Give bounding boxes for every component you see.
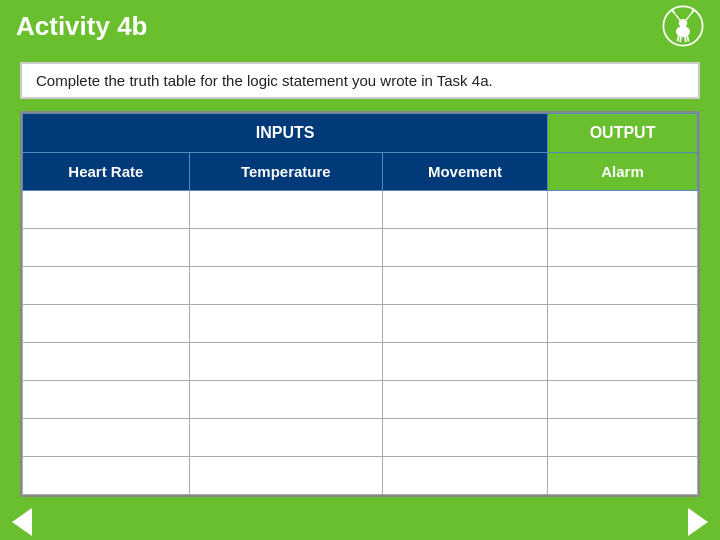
cell-temperature [189, 191, 382, 229]
table-row [23, 419, 698, 457]
cell-heart-rate [23, 381, 190, 419]
cell-movement [382, 381, 547, 419]
cell-movement [382, 457, 547, 495]
cell-movement [382, 343, 547, 381]
cell-movement [382, 229, 547, 267]
table-row [23, 191, 698, 229]
table-row [23, 305, 698, 343]
cell-temperature [189, 457, 382, 495]
cell-alarm [548, 305, 698, 343]
cell-alarm [548, 381, 698, 419]
truth-table: INPUTS OUTPUT Heart Rate Temperature Mov… [22, 113, 698, 495]
output-header: OUTPUT [548, 114, 698, 153]
cell-temperature [189, 381, 382, 419]
cell-alarm [548, 229, 698, 267]
cell-heart-rate [23, 267, 190, 305]
page-title: Activity 4b [16, 11, 148, 42]
cell-movement [382, 191, 547, 229]
svg-line-6 [686, 13, 692, 20]
main-content: Complete the truth table for the logic s… [0, 52, 720, 504]
cell-heart-rate [23, 343, 190, 381]
svg-line-3 [675, 13, 681, 20]
cell-movement [382, 419, 547, 457]
cell-heart-rate [23, 419, 190, 457]
header-row-1: INPUTS OUTPUT [23, 114, 698, 153]
svg-point-1 [676, 26, 690, 37]
svg-line-12 [687, 36, 688, 42]
cell-temperature [189, 267, 382, 305]
cell-temperature [189, 419, 382, 457]
footer-nav [0, 504, 720, 540]
cell-heart-rate [23, 229, 190, 267]
cell-heart-rate [23, 457, 190, 495]
col-temperature: Temperature [189, 153, 382, 191]
table-row [23, 267, 698, 305]
cell-heart-rate [23, 191, 190, 229]
svg-line-10 [680, 37, 681, 43]
logo-icon [662, 5, 704, 47]
table-row [23, 381, 698, 419]
col-alarm: Alarm [548, 153, 698, 191]
inputs-header: INPUTS [23, 114, 548, 153]
table-row [23, 229, 698, 267]
table-row [23, 343, 698, 381]
cell-alarm [548, 191, 698, 229]
cell-alarm [548, 457, 698, 495]
cell-temperature [189, 343, 382, 381]
svg-line-11 [685, 37, 686, 43]
header: Activity 4b [0, 0, 720, 52]
cell-alarm [548, 419, 698, 457]
instruction-text: Complete the truth table for the logic s… [36, 72, 493, 89]
instruction-box: Complete the truth table for the logic s… [20, 62, 700, 99]
header-row-2: Heart Rate Temperature Movement Alarm [23, 153, 698, 191]
svg-line-9 [677, 36, 678, 42]
cell-temperature [189, 305, 382, 343]
prev-button[interactable] [12, 508, 32, 536]
cell-temperature [189, 229, 382, 267]
next-button[interactable] [688, 508, 708, 536]
cell-heart-rate [23, 305, 190, 343]
col-heart-rate: Heart Rate [23, 153, 190, 191]
truth-table-container: INPUTS OUTPUT Heart Rate Temperature Mov… [20, 111, 700, 497]
table-row [23, 457, 698, 495]
cell-movement [382, 305, 547, 343]
col-movement: Movement [382, 153, 547, 191]
cell-movement [382, 267, 547, 305]
cell-alarm [548, 267, 698, 305]
cell-alarm [548, 343, 698, 381]
